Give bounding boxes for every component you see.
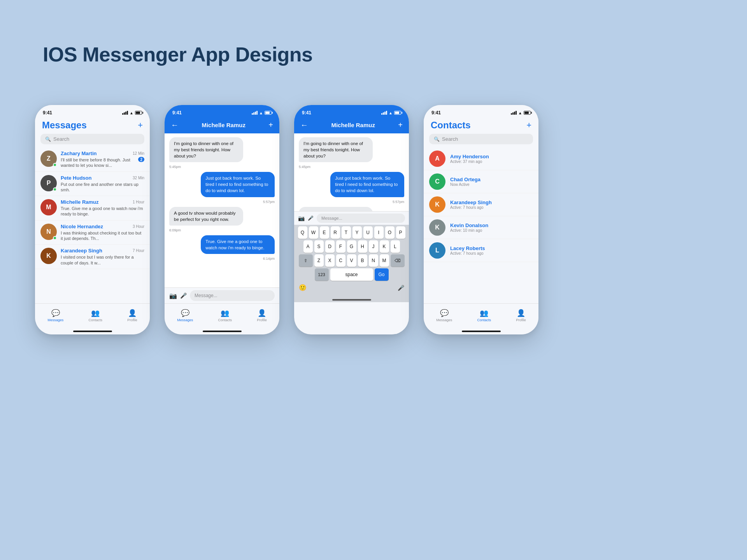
chat-bubble-0: I'm going to dinner with one of my best …	[169, 137, 243, 162]
nav-profile-icon-4: 👤	[517, 309, 525, 317]
msg-time-0: 12 Min	[133, 151, 144, 156]
back-button-3[interactable]: ←	[300, 121, 308, 130]
msg-name-3: Nicole Hernandez	[61, 224, 103, 229]
contact-avatar-3: K	[429, 219, 445, 236]
key-n[interactable]: N	[369, 254, 378, 267]
key-j[interactable]: J	[369, 240, 378, 253]
nav-profile-1[interactable]: 👤 Profile	[127, 309, 137, 322]
message-item-0[interactable]: Z Zachary Martin 12 Min I'll still be th…	[35, 147, 150, 172]
contact-item-2[interactable]: K Karandeep Singh Active: 7 hours ago	[424, 193, 538, 216]
nav-profile-2[interactable]: 👤 Profile	[257, 309, 267, 322]
key-c[interactable]: C	[336, 254, 345, 267]
avatar-wrap-0: Z	[40, 150, 57, 167]
chat-bubble-3: True. Give me a good one to watch now i'…	[201, 235, 275, 254]
message-input-2[interactable]: Message...	[190, 290, 275, 301]
nav-messages-icon-4: 💬	[440, 309, 449, 317]
contact-item-4[interactable]: L Lacey Roberts Active: 7 hours ago	[424, 239, 538, 262]
keyboard-area[interactable]: Q W E R T Y U I O P A S D F G H J K L	[294, 225, 409, 294]
key-w[interactable]: W	[309, 226, 318, 239]
key-x[interactable]: X	[325, 254, 335, 267]
avatar-2: M	[40, 199, 57, 215]
key-h[interactable]: H	[358, 240, 367, 253]
msg-name-4: Karandeep Singh	[61, 248, 102, 254]
key-u[interactable]: U	[363, 226, 373, 239]
battery-icon-2	[265, 111, 272, 115]
contact-item-3[interactable]: K Kevin Donalson Active: 10 min ago	[424, 216, 538, 239]
msg-header-2: Michelle Ramuz 1 Hour	[61, 199, 144, 205]
message-item-3[interactable]: N Nicole Hernandez 3 Hour I was thinking…	[35, 220, 150, 245]
key-l[interactable]: L	[391, 240, 400, 253]
nav-contacts-1[interactable]: 👥 Contacts	[88, 309, 102, 322]
message-item-4[interactable]: K Karandeep Singh 7 Hour I visited once …	[35, 245, 150, 269]
contact-status-0: Active: 37 min ago	[450, 159, 489, 164]
key-p[interactable]: P	[396, 226, 405, 239]
chat-plus-button-2[interactable]: +	[268, 121, 273, 130]
key-delete[interactable]: ⌫	[391, 254, 405, 267]
key-go[interactable]: Go	[375, 268, 389, 281]
key-q[interactable]: Q	[298, 226, 307, 239]
key-numbers[interactable]: 123	[315, 268, 329, 281]
p3-chat-1: Just got back from work. So tired I need…	[330, 172, 404, 197]
key-o[interactable]: O	[385, 226, 395, 239]
keyboard-row-2: A S D F G H J K L	[295, 240, 408, 253]
key-z[interactable]: Z	[314, 254, 324, 267]
key-r[interactable]: R	[331, 226, 340, 239]
avatar-wrap-3: N	[40, 224, 57, 240]
key-g[interactable]: G	[347, 240, 356, 253]
msg-name-0: Zachary Martin	[61, 150, 96, 156]
key-t[interactable]: T	[342, 226, 351, 239]
contact-status-3: Active: 10 min ago	[450, 228, 488, 233]
key-y[interactable]: Y	[352, 226, 362, 239]
key-v[interactable]: V	[347, 254, 356, 267]
nav-contacts-2[interactable]: 👥 Contacts	[218, 309, 232, 322]
contacts-header: Contacts +	[424, 118, 538, 134]
messages-search-bar[interactable]: 🔍 Search	[40, 134, 144, 144]
contact-info-3: Kevin Donalson Active: 10 min ago	[450, 222, 488, 233]
status-bar-2: 9:41 ▲	[165, 105, 279, 118]
key-m[interactable]: M	[380, 254, 389, 267]
key-d[interactable]: D	[325, 240, 335, 253]
page-title: IOS Messenger App Designs	[43, 43, 313, 66]
contacts-search-bar[interactable]: 🔍 Search	[429, 134, 533, 144]
nav-profile-4[interactable]: 👤 Profile	[516, 309, 526, 322]
key-e[interactable]: E	[320, 226, 329, 239]
key-space[interactable]: space	[330, 268, 373, 281]
contact-name-2: Karandeep Singh	[450, 200, 492, 205]
nav-messages-4[interactable]: 💬 Messages	[436, 309, 452, 322]
nav-messages-label-4: Messages	[436, 318, 452, 322]
key-s[interactable]: S	[314, 240, 324, 253]
nav-messages-2[interactable]: 💬 Messages	[177, 309, 193, 322]
messages-plus-button[interactable]: +	[138, 120, 143, 130]
chat-bubble-1: Just got back from work. So tired I need…	[201, 172, 275, 197]
key-shift[interactable]: ⇧	[299, 254, 313, 267]
key-i[interactable]: I	[374, 226, 384, 239]
contact-item-0[interactable]: A Amy Henderson Active: 37 min ago	[424, 147, 538, 170]
status-time-1: 9:41	[43, 110, 52, 116]
nav-messages-1[interactable]: 💬 Messages	[47, 309, 63, 322]
message-item-1[interactable]: P Pete Hudson 32 Min Put out one fire an…	[35, 172, 150, 196]
key-b[interactable]: B	[358, 254, 367, 267]
chat-bubble-wrap-3: True. Give me a good one to watch now i'…	[169, 235, 275, 254]
contacts-search-placeholder: Search	[442, 136, 458, 142]
nav-contacts-4[interactable]: 👥 Contacts	[477, 309, 491, 322]
emoji-key[interactable]: 🙂	[296, 282, 309, 293]
key-a[interactable]: A	[303, 240, 313, 253]
avatar-wrap-2: M	[40, 199, 57, 215]
status-bar-4: 9:41 ▲	[424, 105, 538, 118]
key-f[interactable]: F	[336, 240, 345, 253]
wifi-icon-1: ▲	[130, 111, 133, 115]
chat-bubble-2: A good tv show would probably be perfect…	[169, 207, 243, 226]
contact-item-1[interactable]: C Chad Ortega Now Active	[424, 170, 538, 193]
contacts-plus-button[interactable]: +	[526, 120, 531, 130]
key-k[interactable]: K	[380, 240, 389, 253]
back-button-2[interactable]: ←	[171, 121, 179, 130]
contact-avatar-2: K	[429, 196, 445, 213]
unread-badge-0: 2	[138, 157, 144, 162]
msg-preview-1: Put out one fire and another one stars u…	[61, 182, 144, 193]
msg-time-2: 1 Hour	[133, 200, 144, 204]
camera-icon-3: 📷	[298, 215, 305, 221]
message-item-2[interactable]: M Michelle Ramuz 1 Hour True. Give me a …	[35, 196, 150, 220]
chat-plus-button-3[interactable]: +	[398, 121, 403, 130]
mic-key[interactable]: 🎤	[395, 283, 407, 292]
message-input-3[interactable]: Message...	[317, 214, 405, 223]
